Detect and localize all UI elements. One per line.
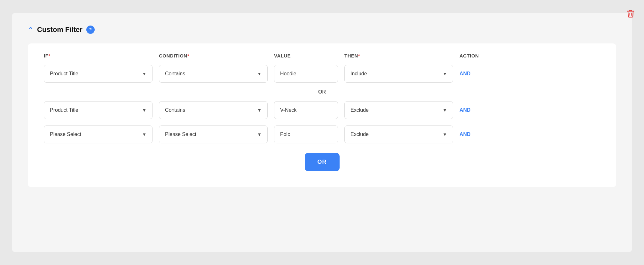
- or-divider: OR: [41, 89, 603, 95]
- filter-row-1: Product Title ▼ Contains ▼ Include ▼ AND: [41, 65, 603, 83]
- chevron-down-icon: ▼: [257, 132, 262, 137]
- chevron-down-icon: ▼: [142, 108, 146, 113]
- then-select-3[interactable]: Exclude ▼: [344, 125, 453, 143]
- or-button[interactable]: OR: [305, 153, 340, 171]
- then-select-2[interactable]: Exclude ▼: [344, 101, 453, 119]
- col-value: VALUE: [274, 53, 338, 58]
- filter-section: IF* CONDITION* VALUE THEN* ACTION Produc…: [28, 43, 616, 187]
- col-then: THEN*: [344, 53, 453, 58]
- filter-row-3: Please Select ▼ Please Select ▼ Exclude …: [41, 125, 603, 143]
- filter-row-2: Product Title ▼ Contains ▼ Exclude ▼ AND: [41, 101, 603, 119]
- value-input-2[interactable]: [274, 101, 338, 119]
- columns-header: IF* CONDITION* VALUE THEN* ACTION: [41, 53, 603, 58]
- section-header: ⌃ Custom Filter ?: [28, 26, 616, 34]
- chevron-down-icon: ▼: [257, 108, 262, 113]
- condition-select-2[interactable]: Contains ▼: [159, 101, 268, 119]
- page-container: ⌃ Custom Filter ? IF* CONDITION* VALUE T…: [12, 13, 632, 252]
- action-and-1[interactable]: AND: [459, 71, 498, 77]
- chevron-down-icon: ▼: [443, 132, 447, 137]
- if-select-1[interactable]: Product Title ▼: [44, 65, 153, 83]
- col-condition: CONDITION*: [159, 53, 268, 58]
- collapse-icon[interactable]: ⌃: [28, 26, 33, 34]
- action-and-3[interactable]: AND: [459, 132, 498, 137]
- col-action: ACTION: [459, 53, 498, 58]
- chevron-down-icon: ▼: [142, 132, 146, 137]
- action-and-2[interactable]: AND: [459, 107, 498, 113]
- section-title: Custom Filter: [37, 26, 82, 34]
- condition-select-1[interactable]: Contains ▼: [159, 65, 268, 83]
- condition-select-3[interactable]: Please Select ▼: [159, 125, 268, 143]
- if-select-2[interactable]: Product Title ▼: [44, 101, 153, 119]
- col-if: IF*: [44, 53, 153, 58]
- chevron-down-icon: ▼: [443, 108, 447, 113]
- help-icon[interactable]: ?: [86, 26, 95, 34]
- chevron-down-icon: ▼: [257, 71, 262, 76]
- chevron-down-icon: ▼: [443, 71, 447, 76]
- if-select-3[interactable]: Please Select ▼: [44, 125, 153, 143]
- delete-button[interactable]: [626, 9, 635, 19]
- then-select-1[interactable]: Include ▼: [344, 65, 453, 83]
- value-input-1[interactable]: [274, 65, 338, 83]
- value-input-3[interactable]: [274, 125, 338, 143]
- chevron-down-icon: ▼: [142, 71, 146, 76]
